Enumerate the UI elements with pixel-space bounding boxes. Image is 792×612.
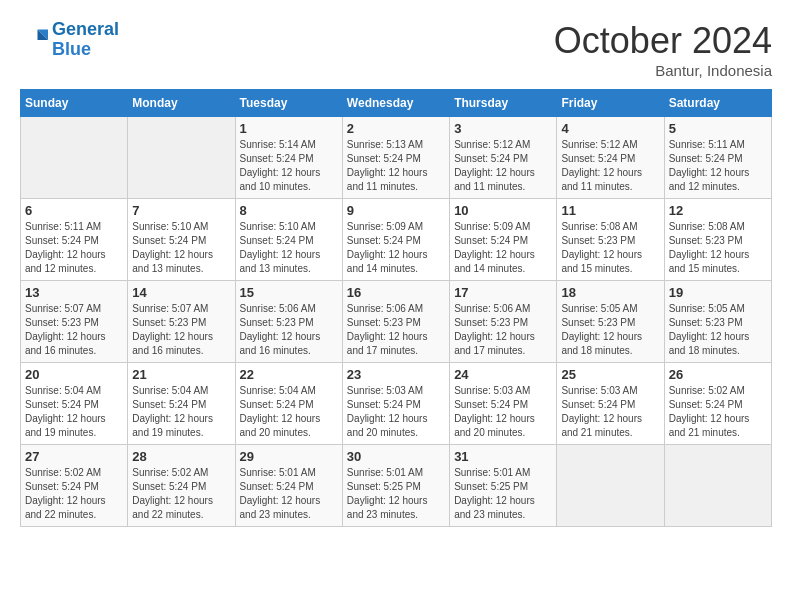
calendar-cell: 21Sunrise: 5:04 AM Sunset: 5:24 PM Dayli… [128, 363, 235, 445]
calendar-cell [21, 117, 128, 199]
day-info: Sunrise: 5:06 AM Sunset: 5:23 PM Dayligh… [347, 302, 445, 358]
calendar-cell: 17Sunrise: 5:06 AM Sunset: 5:23 PM Dayli… [450, 281, 557, 363]
logo-text: General Blue [52, 20, 119, 60]
day-number: 5 [669, 121, 767, 136]
day-number: 16 [347, 285, 445, 300]
day-number: 24 [454, 367, 552, 382]
day-number: 20 [25, 367, 123, 382]
day-info: Sunrise: 5:11 AM Sunset: 5:24 PM Dayligh… [669, 138, 767, 194]
calendar-cell: 20Sunrise: 5:04 AM Sunset: 5:24 PM Dayli… [21, 363, 128, 445]
day-number: 3 [454, 121, 552, 136]
month-title: October 2024 [554, 20, 772, 62]
day-number: 13 [25, 285, 123, 300]
calendar-week-row: 6Sunrise: 5:11 AM Sunset: 5:24 PM Daylig… [21, 199, 772, 281]
day-number: 21 [132, 367, 230, 382]
day-number: 17 [454, 285, 552, 300]
day-info: Sunrise: 5:02 AM Sunset: 5:24 PM Dayligh… [25, 466, 123, 522]
calendar-cell: 4Sunrise: 5:12 AM Sunset: 5:24 PM Daylig… [557, 117, 664, 199]
calendar-cell: 14Sunrise: 5:07 AM Sunset: 5:23 PM Dayli… [128, 281, 235, 363]
calendar-body: 1Sunrise: 5:14 AM Sunset: 5:24 PM Daylig… [21, 117, 772, 527]
location: Bantur, Indonesia [554, 62, 772, 79]
day-info: Sunrise: 5:04 AM Sunset: 5:24 PM Dayligh… [240, 384, 338, 440]
calendar-cell: 7Sunrise: 5:10 AM Sunset: 5:24 PM Daylig… [128, 199, 235, 281]
day-number: 18 [561, 285, 659, 300]
calendar-cell [557, 445, 664, 527]
calendar-cell: 11Sunrise: 5:08 AM Sunset: 5:23 PM Dayli… [557, 199, 664, 281]
logo: General Blue [20, 20, 119, 60]
calendar-cell [664, 445, 771, 527]
weekday-header-cell: Thursday [450, 90, 557, 117]
day-number: 26 [669, 367, 767, 382]
day-info: Sunrise: 5:09 AM Sunset: 5:24 PM Dayligh… [347, 220, 445, 276]
day-info: Sunrise: 5:07 AM Sunset: 5:23 PM Dayligh… [25, 302, 123, 358]
calendar-cell: 18Sunrise: 5:05 AM Sunset: 5:23 PM Dayli… [557, 281, 664, 363]
day-number: 25 [561, 367, 659, 382]
calendar-cell: 16Sunrise: 5:06 AM Sunset: 5:23 PM Dayli… [342, 281, 449, 363]
calendar-cell: 15Sunrise: 5:06 AM Sunset: 5:23 PM Dayli… [235, 281, 342, 363]
day-info: Sunrise: 5:07 AM Sunset: 5:23 PM Dayligh… [132, 302, 230, 358]
day-number: 22 [240, 367, 338, 382]
calendar-table: SundayMondayTuesdayWednesdayThursdayFrid… [20, 89, 772, 527]
day-number: 4 [561, 121, 659, 136]
day-info: Sunrise: 5:14 AM Sunset: 5:24 PM Dayligh… [240, 138, 338, 194]
day-info: Sunrise: 5:04 AM Sunset: 5:24 PM Dayligh… [25, 384, 123, 440]
calendar-cell: 31Sunrise: 5:01 AM Sunset: 5:25 PM Dayli… [450, 445, 557, 527]
day-info: Sunrise: 5:04 AM Sunset: 5:24 PM Dayligh… [132, 384, 230, 440]
day-number: 15 [240, 285, 338, 300]
day-info: Sunrise: 5:09 AM Sunset: 5:24 PM Dayligh… [454, 220, 552, 276]
day-number: 30 [347, 449, 445, 464]
logo-line2: Blue [52, 39, 91, 59]
calendar-cell: 9Sunrise: 5:09 AM Sunset: 5:24 PM Daylig… [342, 199, 449, 281]
day-number: 6 [25, 203, 123, 218]
calendar-cell: 12Sunrise: 5:08 AM Sunset: 5:23 PM Dayli… [664, 199, 771, 281]
day-info: Sunrise: 5:01 AM Sunset: 5:24 PM Dayligh… [240, 466, 338, 522]
day-number: 27 [25, 449, 123, 464]
day-number: 31 [454, 449, 552, 464]
day-number: 8 [240, 203, 338, 218]
page-header: General Blue October 2024 Bantur, Indone… [20, 20, 772, 79]
day-info: Sunrise: 5:02 AM Sunset: 5:24 PM Dayligh… [132, 466, 230, 522]
day-number: 10 [454, 203, 552, 218]
day-info: Sunrise: 5:08 AM Sunset: 5:23 PM Dayligh… [669, 220, 767, 276]
day-info: Sunrise: 5:03 AM Sunset: 5:24 PM Dayligh… [454, 384, 552, 440]
day-number: 11 [561, 203, 659, 218]
day-info: Sunrise: 5:10 AM Sunset: 5:24 PM Dayligh… [240, 220, 338, 276]
day-info: Sunrise: 5:01 AM Sunset: 5:25 PM Dayligh… [454, 466, 552, 522]
day-info: Sunrise: 5:13 AM Sunset: 5:24 PM Dayligh… [347, 138, 445, 194]
day-number: 7 [132, 203, 230, 218]
day-number: 29 [240, 449, 338, 464]
weekday-header-cell: Monday [128, 90, 235, 117]
calendar-cell [128, 117, 235, 199]
day-info: Sunrise: 5:10 AM Sunset: 5:24 PM Dayligh… [132, 220, 230, 276]
calendar-cell: 24Sunrise: 5:03 AM Sunset: 5:24 PM Dayli… [450, 363, 557, 445]
calendar-cell: 23Sunrise: 5:03 AM Sunset: 5:24 PM Dayli… [342, 363, 449, 445]
calendar-cell: 13Sunrise: 5:07 AM Sunset: 5:23 PM Dayli… [21, 281, 128, 363]
day-info: Sunrise: 5:06 AM Sunset: 5:23 PM Dayligh… [240, 302, 338, 358]
day-info: Sunrise: 5:06 AM Sunset: 5:23 PM Dayligh… [454, 302, 552, 358]
day-info: Sunrise: 5:05 AM Sunset: 5:23 PM Dayligh… [669, 302, 767, 358]
weekday-header-cell: Sunday [21, 90, 128, 117]
day-number: 28 [132, 449, 230, 464]
weekday-header-row: SundayMondayTuesdayWednesdayThursdayFrid… [21, 90, 772, 117]
day-info: Sunrise: 5:03 AM Sunset: 5:24 PM Dayligh… [347, 384, 445, 440]
day-info: Sunrise: 5:08 AM Sunset: 5:23 PM Dayligh… [561, 220, 659, 276]
day-number: 2 [347, 121, 445, 136]
calendar-cell: 5Sunrise: 5:11 AM Sunset: 5:24 PM Daylig… [664, 117, 771, 199]
calendar-week-row: 1Sunrise: 5:14 AM Sunset: 5:24 PM Daylig… [21, 117, 772, 199]
logo-line1: General [52, 19, 119, 39]
calendar-cell: 22Sunrise: 5:04 AM Sunset: 5:24 PM Dayli… [235, 363, 342, 445]
day-number: 23 [347, 367, 445, 382]
day-info: Sunrise: 5:01 AM Sunset: 5:25 PM Dayligh… [347, 466, 445, 522]
calendar-cell: 2Sunrise: 5:13 AM Sunset: 5:24 PM Daylig… [342, 117, 449, 199]
weekday-header-cell: Wednesday [342, 90, 449, 117]
day-info: Sunrise: 5:12 AM Sunset: 5:24 PM Dayligh… [561, 138, 659, 194]
day-number: 14 [132, 285, 230, 300]
title-block: October 2024 Bantur, Indonesia [554, 20, 772, 79]
weekday-header-cell: Saturday [664, 90, 771, 117]
day-number: 12 [669, 203, 767, 218]
day-number: 19 [669, 285, 767, 300]
calendar-cell: 26Sunrise: 5:02 AM Sunset: 5:24 PM Dayli… [664, 363, 771, 445]
calendar-cell: 19Sunrise: 5:05 AM Sunset: 5:23 PM Dayli… [664, 281, 771, 363]
calendar-cell: 28Sunrise: 5:02 AM Sunset: 5:24 PM Dayli… [128, 445, 235, 527]
day-number: 9 [347, 203, 445, 218]
